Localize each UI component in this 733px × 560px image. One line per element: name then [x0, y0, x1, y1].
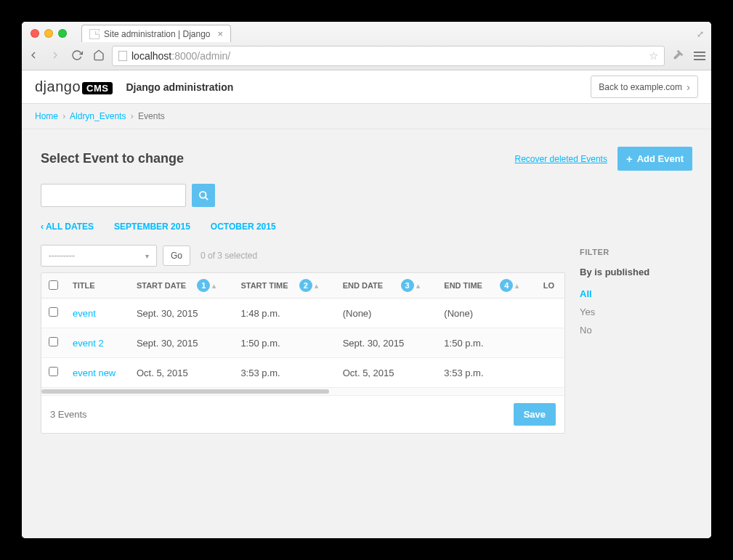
page-content: djangoCMS Django administration Back to … [22, 70, 711, 538]
date-filter-row: ‹ ALL DATES SEPTEMBER 2015 OCTOBER 2015 [41, 222, 692, 232]
zoom-window-button[interactable] [58, 29, 67, 38]
table-row: event new Oct. 5, 2015 3:53 p.m. Oct. 5,… [41, 358, 564, 388]
add-event-button[interactable]: Add Event [617, 147, 692, 171]
event-link[interactable]: event new [73, 368, 116, 378]
cell-start-time: 1:48 p.m. [233, 299, 335, 328]
event-link[interactable]: event [73, 308, 96, 319]
col-end-time[interactable]: END TIME 4▴ [437, 273, 535, 299]
window-controls [28, 29, 73, 42]
cell-end-time: 3:53 p.m. [437, 358, 535, 388]
site-info-icon[interactable] [118, 51, 127, 61]
table-row: event Sept. 30, 2015 1:48 p.m. (None) (N… [41, 299, 564, 328]
forward-icon [49, 49, 61, 63]
search-button[interactable] [192, 184, 215, 207]
recover-deleted-link[interactable]: Recover deleted Events [515, 154, 607, 164]
bookmark-icon[interactable]: ☆ [649, 49, 658, 62]
col-end-date[interactable]: END DATE 3▴ [336, 273, 437, 299]
breadcrumb-current: Events [138, 111, 165, 121]
cell-start-time: 3:53 p.m. [233, 358, 335, 388]
browser-chrome: Site administration | Django × ⤢ localho… [22, 22, 711, 70]
page-icon [89, 29, 100, 39]
admin-topbar: djangoCMS Django administration Back to … [22, 70, 711, 104]
cell-end-time: (None) [437, 299, 535, 328]
chevron-down-icon [145, 251, 149, 261]
col-start-date[interactable]: START DATE 1▴ [129, 273, 233, 299]
settings-icon[interactable] [672, 49, 684, 63]
url-text: localhost:8000/admin/ [131, 50, 230, 62]
col-title[interactable]: TITLE [65, 273, 129, 299]
reload-icon[interactable] [71, 49, 83, 63]
breadcrumb-link[interactable]: Aldryn_Events [70, 111, 126, 121]
go-button[interactable]: Go [163, 245, 190, 266]
address-bar[interactable]: localhost:8000/admin/ ☆ [112, 46, 665, 66]
menu-icon[interactable] [694, 52, 705, 60]
save-button[interactable]: Save [514, 403, 556, 426]
cell-end-date: Sept. 30, 2015 [336, 328, 437, 358]
cell-end-date: Oct. 5, 2015 [336, 358, 437, 388]
row-checkbox[interactable] [49, 337, 58, 346]
cell-start-date: Sept. 30, 2015 [129, 328, 233, 358]
browser-tab[interactable]: Site administration | Django × [81, 25, 231, 42]
col-start-time[interactable]: START TIME 2▴ [233, 273, 335, 299]
search-input[interactable] [41, 184, 186, 207]
events-table: TITLE START DATE 1▴ START TIME 2▴ END DA… [41, 272, 565, 434]
table-row: event 2 Sept. 30, 2015 1:50 p.m. Sept. 3… [41, 328, 564, 358]
select-all-checkbox[interactable] [49, 280, 58, 290]
filter-sidebar: FILTER By is published All Yes No [580, 245, 692, 434]
cell-end-time: 1:50 p.m. [437, 328, 535, 358]
cell-start-date: Sept. 30, 2015 [129, 299, 233, 328]
fullscreen-icon[interactable]: ⤢ [697, 29, 711, 42]
row-checkbox[interactable] [49, 307, 58, 317]
close-window-button[interactable] [31, 29, 39, 38]
filter-group-title: By is published [580, 267, 692, 277]
back-icon[interactable] [28, 49, 39, 63]
page-title: Select Event to change [41, 151, 184, 166]
filter-option-no[interactable]: No [580, 321, 692, 339]
tab-title: Site administration | Django [104, 29, 211, 39]
breadcrumb-link[interactable]: Home [35, 111, 58, 121]
bulk-action-select[interactable]: --------- [41, 245, 157, 267]
date-filter-all[interactable]: ‹ ALL DATES [41, 222, 94, 232]
result-count: 3 Events [50, 409, 87, 420]
filter-option-all[interactable]: All [580, 285, 692, 303]
selected-count: 0 of 3 selected [201, 251, 257, 261]
search-icon [198, 190, 209, 201]
filter-option-yes[interactable]: Yes [580, 303, 692, 321]
close-tab-icon[interactable]: × [218, 28, 224, 39]
date-filter-sep[interactable]: SEPTEMBER 2015 [114, 222, 190, 232]
cell-end-date: (None) [336, 299, 437, 328]
home-icon[interactable] [93, 49, 105, 63]
logo: djangoCMS [35, 78, 113, 95]
back-to-site-button[interactable]: Back to example.com [591, 76, 698, 98]
cell-start-date: Oct. 5, 2015 [129, 358, 233, 388]
plus-icon [626, 153, 633, 165]
chevron-right-icon [687, 81, 690, 93]
svg-line-1 [205, 197, 208, 200]
browser-window: Site administration | Django × ⤢ localho… [22, 22, 711, 538]
event-link[interactable]: event 2 [73, 338, 104, 349]
admin-title: Django administration [126, 81, 233, 93]
svg-point-0 [199, 191, 206, 198]
breadcrumb: Home › Aldryn_Events › Events [22, 104, 711, 129]
col-location[interactable]: LO [536, 273, 564, 299]
horizontal-scrollbar[interactable] [41, 388, 564, 395]
date-filter-oct[interactable]: OCTOBER 2015 [211, 222, 276, 232]
row-checkbox[interactable] [49, 367, 58, 376]
minimize-window-button[interactable] [44, 29, 53, 38]
filter-heading: FILTER [580, 248, 692, 256]
cell-start-time: 1:50 p.m. [233, 328, 335, 358]
